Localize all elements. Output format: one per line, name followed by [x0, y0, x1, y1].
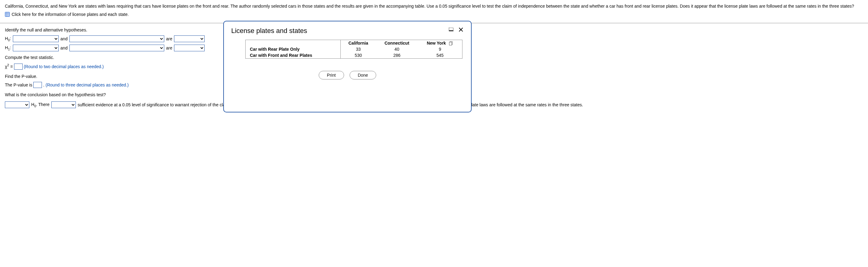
- conclusion-select-2[interactable]: [51, 101, 76, 108]
- problem-statement: California, Connecticut, and New York ar…: [5, 3, 863, 9]
- pvalue-period: .: [43, 82, 45, 87]
- copy-icon[interactable]: [449, 41, 453, 45]
- row-rear-only-label: Car with Rear Plate Only: [246, 46, 341, 52]
- cell-ny-rear: 9: [418, 46, 462, 52]
- svg-rect-6: [449, 30, 453, 31]
- pvalue-round-note: (Round to three decimal places as needed…: [45, 82, 129, 87]
- done-button[interactable]: Done: [349, 71, 376, 79]
- h0-and: and: [61, 36, 68, 41]
- svg-rect-0: [5, 12, 9, 16]
- h1-label: H1:: [5, 45, 11, 51]
- h1-select-3[interactable]: [174, 44, 205, 51]
- h1-select-2[interactable]: [69, 44, 164, 51]
- data-popup: License plates and states California Con…: [223, 21, 472, 112]
- svg-rect-10: [449, 42, 452, 45]
- col-newyork: New York: [418, 40, 462, 46]
- table-icon[interactable]: [5, 12, 10, 17]
- data-table: California Connecticut New York Car with…: [245, 40, 462, 59]
- h1-select-1[interactable]: [13, 44, 59, 51]
- popup-link[interactable]: Click here for the information of licens…: [11, 12, 129, 17]
- chi-round-note: (Round to two decimal places as needed.): [24, 64, 104, 69]
- pvalue-input[interactable]: [33, 82, 42, 88]
- conclusion-select-1[interactable]: [5, 101, 29, 108]
- row-front-rear-label: Car with Front and Rear Plates: [246, 52, 341, 59]
- cell-ny-both: 545: [418, 52, 462, 59]
- col-california: California: [340, 40, 376, 46]
- minimize-icon[interactable]: [448, 27, 454, 32]
- cell-ca-rear: 33: [340, 46, 376, 52]
- pvalue-lead: The P-value is: [5, 82, 33, 87]
- conclusion-h0: H0. There: [31, 100, 50, 109]
- h0-select-2[interactable]: [69, 35, 164, 42]
- h0-select-3[interactable]: [174, 35, 205, 42]
- close-icon[interactable]: [458, 27, 464, 32]
- h0-are: are: [166, 36, 172, 41]
- cell-ct-rear: 40: [376, 46, 418, 52]
- h1-and: and: [61, 45, 68, 51]
- cell-ca-both: 530: [340, 52, 376, 59]
- cell-ct-both: 286: [376, 52, 418, 59]
- h0-label: H0:: [5, 36, 11, 42]
- chi-square-input[interactable]: [14, 64, 23, 70]
- col-connecticut: Connecticut: [376, 40, 418, 46]
- print-button[interactable]: Print: [319, 71, 344, 79]
- h1-are: are: [166, 45, 172, 51]
- h0-select-1[interactable]: [13, 35, 59, 42]
- conclusion-text1: sufficient evidence at a 0.05 level of s…: [78, 101, 235, 109]
- popup-title: License plates and states: [231, 27, 307, 35]
